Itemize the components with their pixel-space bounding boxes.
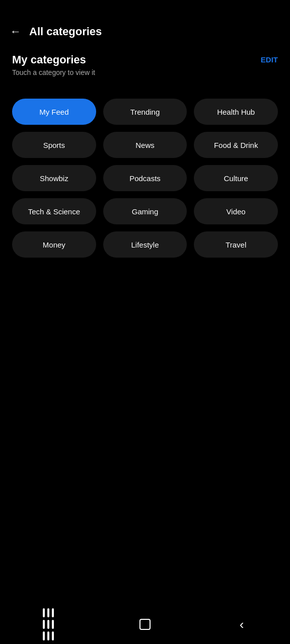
category-pill-video[interactable]: Video [194, 198, 278, 224]
section-header: My categories Touch a category to view i… [12, 53, 278, 87]
category-pill-gaming[interactable]: Gaming [103, 198, 187, 224]
category-pill-travel[interactable]: Travel [194, 231, 278, 258]
header: ← All categories [0, 0, 290, 48]
category-pill-culture[interactable]: Culture [194, 165, 278, 191]
recents-nav-button[interactable] [36, 612, 61, 637]
nav-bar: ‹ [0, 609, 290, 644]
category-pill-money[interactable]: Money [12, 231, 96, 258]
section-title-block: My categories Touch a category to view i… [12, 53, 261, 87]
category-pill-tech-science[interactable]: Tech & Science [12, 198, 96, 224]
category-pill-my-feed[interactable]: My Feed [12, 99, 96, 125]
category-pill-news[interactable]: News [103, 132, 187, 158]
category-pill-lifestyle[interactable]: Lifestyle [103, 231, 187, 258]
category-pill-health-hub[interactable]: Health Hub [194, 99, 278, 125]
categories-grid: My FeedTrendingHealth HubSportsNewsFood … [12, 99, 278, 258]
category-pill-sports[interactable]: Sports [12, 132, 96, 158]
page-title: All categories [29, 25, 102, 38]
section-title: My categories [12, 53, 261, 66]
back-button[interactable]: ← [10, 25, 21, 38]
main-content: My categories Touch a category to view i… [0, 48, 290, 270]
category-pill-showbiz[interactable]: Showbiz [12, 165, 96, 191]
category-pill-food-drink[interactable]: Food & Drink [194, 132, 278, 158]
category-pill-trending[interactable]: Trending [103, 99, 187, 125]
home-nav-button[interactable] [132, 612, 158, 637]
back-nav-button[interactable]: ‹ [229, 612, 254, 637]
edit-button[interactable]: EDIT [261, 53, 278, 64]
category-pill-podcasts[interactable]: Podcasts [103, 165, 187, 191]
section-subtitle: Touch a category to view it [12, 68, 261, 76]
